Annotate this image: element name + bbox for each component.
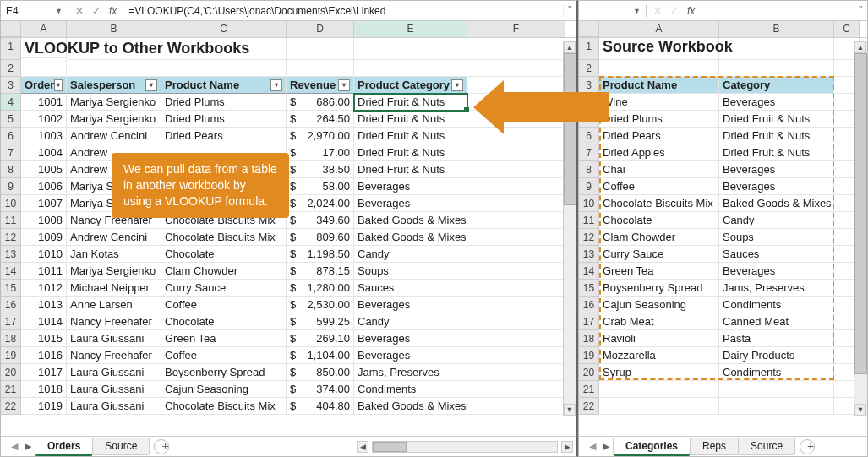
title-cell[interactable]: VLOOKUP to Other Workbooks bbox=[21, 38, 67, 58]
row-header[interactable]: 14 bbox=[579, 263, 599, 280]
cell-salesperson[interactable]: Jan Kotas bbox=[67, 246, 161, 263]
cell-product[interactable]: Chocolate Biscuits Mix bbox=[161, 229, 287, 246]
row-header[interactable]: 10 bbox=[1, 195, 21, 212]
cell[interactable] bbox=[719, 381, 834, 398]
cell-product[interactable]: Chocolate bbox=[161, 246, 287, 263]
cell-product[interactable]: Dried Plums bbox=[161, 94, 287, 111]
th-revenue[interactable]: Revenue▾ bbox=[287, 77, 354, 94]
cell-product[interactable]: Wine bbox=[599, 94, 719, 111]
cell-category[interactable]: Soups bbox=[719, 229, 834, 246]
cell-revenue[interactable]: $404.80 bbox=[287, 398, 354, 415]
th-product[interactable]: Product Name bbox=[599, 77, 719, 94]
cell[interactable] bbox=[599, 381, 719, 398]
scroll-left-icon[interactable]: ◀ bbox=[357, 441, 368, 453]
cell-salesperson[interactable]: Laura Giussani bbox=[67, 381, 161, 398]
cell[interactable] bbox=[21, 60, 67, 77]
cell-product[interactable]: Dried Plums bbox=[599, 111, 719, 128]
cell-product[interactable]: Cajun Seasoning bbox=[161, 381, 287, 398]
cell[interactable] bbox=[599, 60, 719, 77]
cell-product[interactable]: Coffee bbox=[161, 347, 287, 364]
column-header-C[interactable]: C bbox=[834, 21, 860, 37]
th-category[interactable]: Category bbox=[719, 77, 834, 94]
cell[interactable] bbox=[467, 381, 565, 398]
tab-categories[interactable]: Categories bbox=[613, 438, 691, 456]
cell-category[interactable]: Baked Goods & Mixes bbox=[354, 398, 467, 415]
cell-product[interactable]: Coffee bbox=[161, 297, 287, 313]
cell-revenue[interactable]: $264.50 bbox=[287, 111, 354, 128]
row-header[interactable]: 12 bbox=[579, 229, 599, 246]
scroll-down-icon[interactable]: ▼ bbox=[854, 404, 866, 416]
cell-product[interactable]: Clam Chowder bbox=[161, 263, 287, 280]
cell-revenue[interactable]: $2,024.00 bbox=[287, 195, 354, 212]
cell-product[interactable]: Green Tea bbox=[161, 330, 287, 347]
cell-revenue[interactable]: $686.00 bbox=[287, 94, 354, 111]
row-header[interactable]: 15 bbox=[579, 280, 599, 297]
cell-revenue[interactable]: $17.00 bbox=[287, 144, 354, 161]
chevron-down-icon[interactable]: ▼ bbox=[633, 7, 641, 15]
enter-icon[interactable]: ✓ bbox=[92, 5, 101, 17]
filter-icon[interactable]: ▾ bbox=[451, 79, 463, 91]
row-header[interactable]: 10 bbox=[579, 195, 599, 212]
cell[interactable] bbox=[467, 38, 565, 60]
formula-input[interactable] bbox=[701, 9, 854, 13]
row-header[interactable]: 19 bbox=[579, 347, 599, 364]
filter-icon[interactable]: ▾ bbox=[54, 79, 63, 91]
cell-order[interactable]: 1014 bbox=[21, 313, 67, 330]
cell-salesperson[interactable]: Mariya Sergienko bbox=[67, 111, 161, 128]
cell-category[interactable]: Dried Fruit & Nuts bbox=[719, 144, 834, 161]
cell-category[interactable]: Beverages bbox=[354, 330, 467, 347]
scroll-right-icon[interactable]: ▶ bbox=[561, 441, 573, 453]
cell-order[interactable]: 1008 bbox=[21, 212, 67, 229]
chevron-down-icon[interactable]: ▼ bbox=[55, 7, 63, 15]
cell[interactable] bbox=[467, 161, 565, 178]
cell-order[interactable]: 1010 bbox=[21, 246, 67, 263]
row-header[interactable]: 9 bbox=[1, 178, 21, 195]
row-header[interactable]: 8 bbox=[579, 161, 599, 178]
cell-order[interactable]: 1009 bbox=[21, 229, 67, 246]
column-header-E[interactable]: E bbox=[354, 21, 467, 37]
cell-order[interactable]: 1018 bbox=[21, 381, 67, 398]
row-header[interactable]: 19 bbox=[1, 347, 21, 364]
cell[interactable] bbox=[467, 330, 565, 347]
cell-order[interactable]: 1007 bbox=[21, 195, 67, 212]
cell[interactable] bbox=[719, 398, 834, 415]
cell-product[interactable]: Ravioli bbox=[599, 330, 719, 347]
vertical-scrollbar[interactable]: ▲ ▼ bbox=[854, 41, 867, 416]
row-header[interactable]: 8 bbox=[1, 161, 21, 178]
filter-icon[interactable]: ▾ bbox=[145, 79, 157, 91]
row-header[interactable]: 1 bbox=[1, 38, 21, 60]
cell[interactable] bbox=[467, 364, 565, 381]
cell-revenue[interactable]: $374.00 bbox=[287, 381, 354, 398]
row-header[interactable]: 21 bbox=[1, 381, 21, 398]
cell-product[interactable]: Cajun Seasoning bbox=[599, 297, 719, 313]
cell-category[interactable]: Beverages bbox=[719, 263, 834, 280]
cell-revenue[interactable]: $2,530.00 bbox=[287, 297, 354, 313]
tab-orders[interactable]: Orders bbox=[35, 438, 93, 456]
cell-product[interactable]: Mozzarella bbox=[599, 347, 719, 364]
tab-nav-left-icon[interactable]: ◀ bbox=[8, 441, 21, 452]
cell-product[interactable]: Syrup bbox=[599, 364, 719, 381]
cell-product[interactable]: Chocolate Biscuits Mix bbox=[599, 195, 719, 212]
th-product[interactable]: Product Name▾ bbox=[161, 77, 287, 94]
cell-salesperson[interactable]: Laura Giussani bbox=[67, 364, 161, 381]
formula-input[interactable]: =VLOOKUP(C4,'C:\Users\jonac\Documents\Ex… bbox=[123, 3, 563, 19]
cell-revenue[interactable]: $38.50 bbox=[287, 161, 354, 178]
new-sheet-button[interactable]: + bbox=[154, 439, 169, 454]
cell[interactable] bbox=[287, 38, 354, 60]
cell-salesperson[interactable]: Anne Larsen bbox=[67, 297, 161, 313]
cell-category[interactable]: Dried Fruit & Nuts bbox=[354, 161, 467, 178]
cell-category[interactable]: Candy bbox=[354, 313, 467, 330]
fx-icon[interactable]: fx bbox=[687, 5, 695, 17]
row-header[interactable]: 11 bbox=[579, 212, 599, 229]
cell-product[interactable]: Dried Pears bbox=[599, 128, 719, 144]
cell[interactable] bbox=[467, 263, 565, 280]
cell-revenue[interactable]: $349.60 bbox=[287, 212, 354, 229]
cell-salesperson[interactable]: Nancy Freehafer bbox=[67, 347, 161, 364]
cell[interactable] bbox=[467, 313, 565, 330]
cell-order[interactable]: 1003 bbox=[21, 128, 67, 144]
th-order[interactable]: Order▾ bbox=[21, 77, 67, 94]
tab-reps[interactable]: Reps bbox=[690, 438, 739, 455]
cell-category[interactable]: Beverages bbox=[719, 94, 834, 111]
cell[interactable] bbox=[719, 38, 834, 60]
column-header-C[interactable]: C bbox=[161, 21, 287, 37]
